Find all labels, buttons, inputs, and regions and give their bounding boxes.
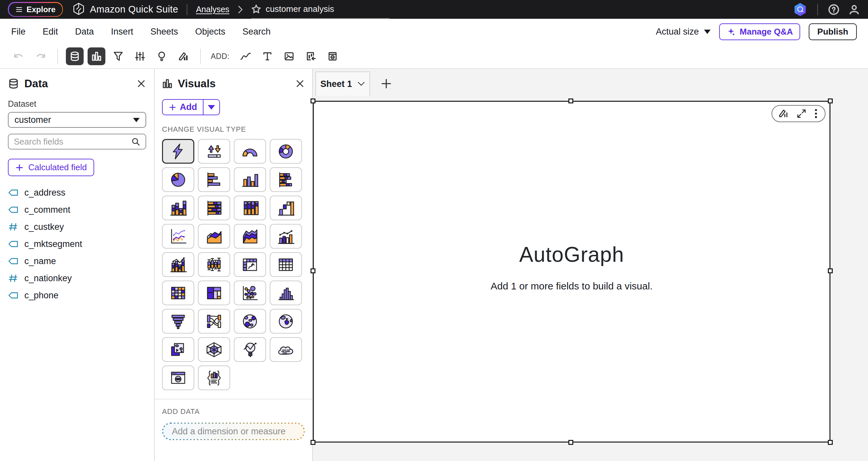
search-fields-input[interactable]	[14, 137, 131, 147]
autograph-title: AutoGraph	[519, 242, 624, 267]
string-field-icon	[8, 257, 19, 266]
visual-type-heat-map[interactable]	[162, 281, 194, 305]
field-item[interactable]: c_nationkey	[8, 270, 146, 287]
visual-type-stacked-bar-combo-chart[interactable]	[162, 252, 194, 277]
visual-type-box-plot[interactable]	[198, 252, 230, 277]
visual-type-narrative[interactable]	[198, 366, 230, 390]
quick-add-image-button[interactable]	[280, 48, 298, 65]
menu-edit[interactable]: Edit	[43, 27, 58, 37]
visual-type-vertical-bar-chart[interactable]	[234, 167, 266, 192]
calculated-field-button[interactable]: Calculated field	[8, 159, 94, 176]
field-item[interactable]: c_comment	[8, 201, 146, 218]
visual-type-donut-chart[interactable]	[270, 139, 302, 164]
menu-file[interactable]: File	[11, 27, 26, 37]
undo-button[interactable]	[10, 48, 28, 65]
visual-type-horizontal-bar-chart[interactable]	[198, 167, 230, 192]
visual-type-embedded-visual[interactable]	[162, 366, 194, 390]
publish-button[interactable]: Publish	[809, 23, 857, 40]
add-visual-button[interactable]: Add	[163, 100, 204, 115]
visual-type-locations-on-map[interactable]	[162, 337, 194, 362]
search-icon[interactable]	[131, 137, 140, 146]
visual-type-kpi[interactable]	[198, 139, 230, 164]
visual-type-points-on-map[interactable]	[234, 309, 266, 334]
explore-button[interactable]: Explore	[8, 2, 63, 17]
edit-visual-button[interactable]	[175, 48, 192, 65]
visual-type-gauge[interactable]	[234, 139, 266, 164]
close-visuals-panel-icon[interactable]	[295, 79, 305, 89]
visual-type-table[interactable]	[270, 252, 302, 277]
menu-objects[interactable]: Objects	[195, 27, 225, 37]
menu-insert[interactable]: Insert	[111, 27, 133, 37]
visual-type-scatter-plot[interactable]	[234, 281, 266, 305]
visual-type-vertical-stacked-bar-chart[interactable]	[162, 195, 194, 220]
user-account-icon[interactable]	[848, 4, 860, 16]
visual-type-insights[interactable]	[234, 337, 266, 362]
quick-add-embed-button[interactable]	[324, 48, 341, 65]
resize-handle-s[interactable]	[568, 440, 573, 445]
sparkle-icon	[726, 27, 736, 36]
document-title-field[interactable]: customer analysis	[251, 0, 390, 19]
menu-search[interactable]: Search	[242, 27, 271, 37]
visual-type-pie-chart[interactable]	[162, 167, 194, 192]
visual-type-waterfall-chart[interactable]	[270, 195, 302, 220]
visual-type-horizontal-stacked-100-bar-chart[interactable]	[198, 195, 230, 220]
visual-type-horizontal-stacked-bar-chart[interactable]	[270, 167, 302, 192]
visual-type-pivot-table[interactable]	[234, 252, 266, 277]
help-icon[interactable]	[828, 4, 840, 16]
parameters-button[interactable]	[131, 48, 149, 65]
field-item[interactable]: c_mktsegment	[8, 236, 146, 252]
resize-handle-sw[interactable]	[311, 440, 315, 445]
visual-type-stacked-area-line-chart[interactable]	[234, 224, 266, 249]
add-data-placeholder: Add a dimension or measure	[172, 426, 285, 437]
sheet-tab[interactable]: Sheet 1	[315, 71, 370, 96]
add-dimension-or-measure-dropzone[interactable]: Add a dimension or measure	[162, 423, 305, 440]
close-data-panel-icon[interactable]	[136, 79, 146, 89]
visual-type-filled-map[interactable]	[270, 309, 302, 334]
visual-type-grid	[162, 139, 305, 390]
filter-button[interactable]	[109, 48, 127, 65]
resize-handle-se[interactable]	[828, 440, 833, 445]
field-item[interactable]: c_phone	[8, 287, 146, 304]
visuals-panel-toggle[interactable]	[88, 48, 105, 65]
redo-button[interactable]	[32, 48, 50, 65]
field-item[interactable]: c_name	[8, 252, 146, 270]
dataset-select[interactable]: customer	[8, 112, 146, 128]
add-visual-split-button: Add	[162, 99, 220, 115]
add-sheet-button[interactable]	[379, 76, 394, 91]
menu-data[interactable]: Data	[75, 27, 94, 37]
zoom-select[interactable]: Actual size	[656, 27, 711, 37]
insights-button[interactable]	[153, 48, 170, 65]
visual-type-clustered-bar-combo-chart[interactable]	[270, 224, 302, 249]
sheet-canvas: Sheet 1	[313, 69, 868, 461]
breadcrumb-analyses-link[interactable]: Analyses	[196, 5, 229, 14]
add-section-label: ADD:	[211, 52, 229, 61]
calculated-field-label: Calculated field	[28, 162, 87, 173]
visual-type-area-line-chart[interactable]	[198, 224, 230, 249]
field-item[interactable]: c_address	[8, 184, 146, 201]
manage-qa-button[interactable]: Manage Q&A	[719, 23, 800, 40]
field-item[interactable]: c_custkey	[8, 218, 146, 236]
explore-label: Explore	[27, 5, 56, 14]
database-icon	[8, 78, 19, 89]
add-visual-dropdown-button[interactable]	[204, 100, 219, 115]
sheet-menu-chevron-icon[interactable]	[357, 81, 365, 87]
visual-type-vertical-stacked-100-bar-chart[interactable]	[234, 195, 266, 220]
visual-type-funnel-chart[interactable]	[162, 309, 194, 334]
quick-add-text-button[interactable]	[258, 48, 276, 65]
visual-type-histogram[interactable]	[270, 281, 302, 305]
quick-q-logo-icon[interactable]	[793, 2, 807, 17]
visual-type-tree-map[interactable]	[198, 281, 230, 305]
selected-visual[interactable]: AutoGraph Add 1 or more fields to build …	[313, 101, 831, 442]
visual-type-line-chart[interactable]	[162, 224, 194, 249]
chevron-down-icon	[704, 30, 711, 34]
star-icon[interactable]	[251, 4, 261, 14]
visual-type-word-cloud[interactable]	[270, 337, 302, 362]
visual-type-autograph[interactable]	[162, 139, 194, 164]
visual-type-radar-chart[interactable]	[198, 337, 230, 362]
quick-add-line-button[interactable]	[237, 48, 254, 65]
quick-add-visual-button[interactable]	[302, 48, 320, 65]
toolbar-divider	[57, 49, 58, 64]
data-panel-toggle[interactable]	[66, 48, 84, 65]
visual-type-sankey-diagram[interactable]	[198, 309, 230, 334]
menu-sheets[interactable]: Sheets	[151, 27, 178, 37]
